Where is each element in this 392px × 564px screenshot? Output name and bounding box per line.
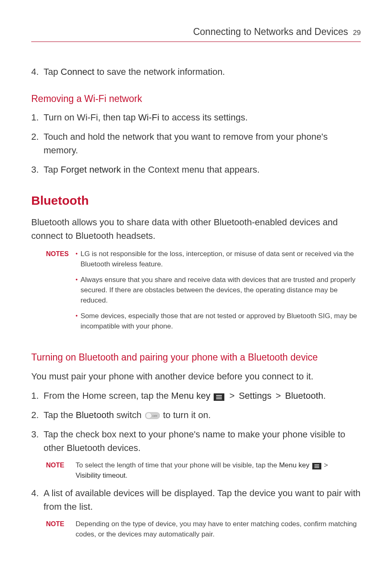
step-number: 3. (31, 163, 44, 176)
note-label: NOTE (46, 519, 76, 539)
step-4-connect: 4. Tap Connect to save the network infor… (31, 65, 361, 79)
bullet-icon: • (76, 249, 81, 269)
svg-rect-6 (314, 465, 319, 465)
step-number: 2. (31, 408, 44, 422)
menu-key-icon (214, 393, 224, 401)
step-text: Tap Forget network in the Context menu t… (44, 163, 361, 176)
step-text: Tap the check box next to your phone's n… (44, 428, 361, 455)
bluetooth-intro: Bluetooth allows you to share data with … (31, 215, 361, 243)
removing-step-2: 2. Touch and hold the network that you w… (31, 130, 361, 157)
page-number: 29 (353, 28, 361, 38)
step-text: A list of available devices will be disp… (44, 486, 361, 513)
svg-rect-1 (216, 397, 222, 398)
note-text: Depending on the type of device, you may… (76, 519, 361, 539)
step-number: 1. (31, 389, 44, 402)
notes-label: NOTES (46, 249, 76, 337)
pairing-step-3: 3. Tap the check box next to your phone'… (31, 428, 361, 455)
step-number: 4. (31, 486, 44, 513)
removing-step-3: 3. Tap Forget network in the Context men… (31, 163, 361, 176)
svg-rect-0 (216, 395, 222, 396)
step-text: From the Home screen, tap the Menu key >… (44, 389, 361, 402)
pairing-step-4: 4. A list of available devices will be d… (31, 486, 361, 513)
heading-pairing: Turning on Bluetooth and pairing your ph… (31, 350, 361, 365)
pairing-intro: You must pair your phone with another de… (31, 370, 361, 383)
step-number: 1. (31, 111, 44, 124)
step-text: Tap Connect to save the network informat… (44, 65, 361, 79)
switch-off-icon: OFF (145, 412, 160, 419)
svg-rect-8 (314, 467, 319, 468)
step-number: 3. (31, 428, 44, 455)
note-text: To select the length of time that your p… (76, 460, 361, 481)
pairing-note-codes: NOTE Depending on the type of device, yo… (46, 519, 361, 539)
note-bullet-3: • Some devices, especially those that ar… (76, 311, 361, 331)
note-bullet-1: • LG is not responsible for the loss, in… (76, 249, 361, 269)
svg-text:OFF: OFF (152, 415, 157, 417)
svg-point-4 (146, 413, 152, 418)
page-header: Connecting to Networks and Devices 29 (31, 25, 361, 42)
note-bullet-2: • Always ensure that you share and recei… (76, 275, 361, 305)
step-number: 4. (31, 65, 44, 79)
removing-step-1: 1. Turn on Wi-Fi, then tap Wi-Fi to acce… (31, 111, 361, 124)
notes-content: • LG is not responsible for the loss, in… (76, 249, 361, 337)
bullet-icon: • (76, 275, 81, 305)
heading-removing-wifi: Removing a Wi-Fi network (31, 92, 361, 106)
header-title: Connecting to Networks and Devices (193, 25, 348, 39)
step-text: Touch and hold the network that you want… (44, 130, 361, 157)
note-label: NOTE (46, 460, 76, 481)
step-text: Tap the Bluetooth switch OFF to turn it … (44, 408, 361, 422)
menu-key-icon (312, 463, 321, 469)
pairing-step-2: 2. Tap the Bluetooth switch OFF to turn … (31, 408, 361, 422)
pairing-step-1: 1. From the Home screen, tap the Menu ke… (31, 389, 361, 402)
bluetooth-notes: NOTES • LG is not responsible for the lo… (46, 249, 361, 337)
svg-rect-2 (216, 398, 222, 399)
svg-rect-7 (314, 466, 319, 467)
step-text: Turn on Wi-Fi, then tap Wi-Fi to access … (44, 111, 361, 124)
heading-bluetooth: Bluetooth (31, 191, 361, 210)
bullet-icon: • (76, 311, 81, 331)
pairing-note-visibility: NOTE To select the length of time that y… (46, 460, 361, 481)
step-number: 2. (31, 130, 44, 157)
